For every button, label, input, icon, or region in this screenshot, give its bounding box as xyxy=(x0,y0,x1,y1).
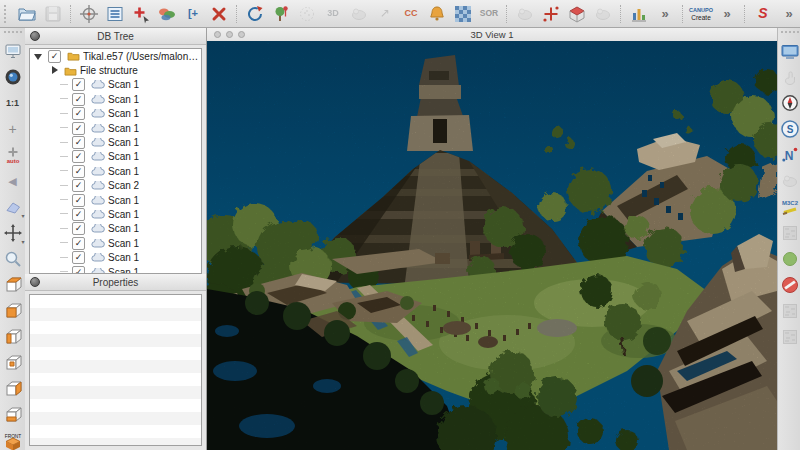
hpr-plugin-button[interactable] xyxy=(513,2,537,26)
hpr2-plugin-button[interactable] xyxy=(591,2,615,26)
view-back-button[interactable] xyxy=(2,352,24,374)
tree-item-scan-9[interactable]: ✓Scan 1 xyxy=(30,193,201,207)
pan-mode-button[interactable]: ▾ xyxy=(2,222,24,244)
sphere-tool-button[interactable] xyxy=(295,2,319,26)
3d-view-titlebar[interactable]: 3D View 1 xyxy=(207,28,777,42)
overflow-chevron-2[interactable]: » xyxy=(715,2,739,26)
visibility-checkbox[interactable]: ✓ xyxy=(72,222,85,235)
auto-pick-center-button[interactable]: auto xyxy=(2,144,24,166)
visibility-checkbox[interactable]: ✓ xyxy=(72,237,85,250)
tree-item-scan-7[interactable]: ✓Scan 1 xyxy=(30,164,201,178)
interactive-transform-button[interactable] xyxy=(347,2,371,26)
expand-icon[interactable] xyxy=(50,66,59,75)
point-cloud-render[interactable] xyxy=(207,41,777,450)
register-button[interactable] xyxy=(243,2,267,26)
texture-plugin-2-button[interactable] xyxy=(779,300,800,322)
sor-filter-button[interactable]: SOR xyxy=(477,2,501,26)
properties-panel[interactable] xyxy=(29,294,202,446)
point-pair-align-button[interactable] xyxy=(779,66,800,88)
color-scale-button[interactable]: CC xyxy=(399,2,423,26)
3d-scene[interactable] xyxy=(207,41,777,450)
visibility-checkbox[interactable]: ✓ xyxy=(72,266,85,274)
visibility-checkbox[interactable]: ✓ xyxy=(72,251,85,264)
tree-item-scan-1[interactable]: ✓Scan 1 xyxy=(30,78,201,92)
csf-filter-button[interactable]: S xyxy=(751,2,775,26)
visibility-checkbox[interactable]: ✓ xyxy=(72,150,85,163)
perspective-view-button[interactable]: ▾ xyxy=(2,196,24,218)
db-tree-float-button[interactable] xyxy=(30,31,40,41)
zoom-fit-button[interactable]: + xyxy=(2,118,24,140)
save-button[interactable] xyxy=(41,2,65,26)
cloud-export-button[interactable]: ↗ xyxy=(373,2,397,26)
merge-clouds-button[interactable] xyxy=(155,2,179,26)
maximize-window-button[interactable] xyxy=(238,31,245,38)
texture-checker-button[interactable] xyxy=(451,2,475,26)
screenshot-camera-button[interactable] xyxy=(2,66,24,88)
tree-item-scan-10[interactable]: ✓Scan 1 xyxy=(30,207,201,221)
view-top-button[interactable] xyxy=(2,274,24,296)
tree-item-scan-13[interactable]: ✓Scan 1 xyxy=(30,250,201,264)
delete-button[interactable] xyxy=(207,2,231,26)
tree-item-scan-6[interactable]: ✓Scan 1 xyxy=(30,150,201,164)
normals-plugin-button[interactable]: N xyxy=(779,144,800,166)
open-file-button[interactable] xyxy=(15,2,39,26)
minimize-window-button[interactable] xyxy=(226,31,233,38)
tree-item-scan-12[interactable]: ✓Scan 1 xyxy=(30,236,201,250)
animation-plugin-button[interactable] xyxy=(779,40,800,62)
toolbar-drag-handle[interactable] xyxy=(4,5,11,23)
label-3d-button[interactable]: 3D xyxy=(321,2,345,26)
clipping-box-button[interactable] xyxy=(565,2,589,26)
tree-item-root[interactable]: ✓Tikal.e57 (/Users/maloney/de... xyxy=(30,49,201,63)
hide-points-plugin-button[interactable] xyxy=(779,274,800,296)
toolbar-drag-handle[interactable] xyxy=(4,31,22,37)
refresh-display-button[interactable] xyxy=(2,40,24,62)
bell-button[interactable] xyxy=(425,2,449,26)
view-left-button[interactable] xyxy=(2,326,24,348)
view-front-button[interactable] xyxy=(2,300,24,322)
close-window-button[interactable] xyxy=(214,31,221,38)
visibility-checkbox[interactable]: ✓ xyxy=(72,165,85,178)
visibility-checkbox[interactable]: ✓ xyxy=(72,93,85,106)
visibility-checkbox[interactable]: ✓ xyxy=(48,50,61,63)
facets-plugin-button[interactable]: S xyxy=(779,118,800,140)
tree-item-scan-3[interactable]: ✓Scan 1 xyxy=(30,107,201,121)
canupo-create-button[interactable]: CANUPOCreate xyxy=(689,2,713,26)
tree-item-file-structure[interactable]: File structure xyxy=(30,63,201,77)
poisson-plugin-button[interactable] xyxy=(779,248,800,270)
view-bottom-button[interactable] xyxy=(2,404,24,426)
db-tree[interactable]: ✓Tikal.e57 (/Users/maloney/de...File str… xyxy=(29,48,202,274)
overflow-chevron-3[interactable]: » xyxy=(777,2,800,26)
tree-item-scan-5[interactable]: ✓Scan 1 xyxy=(30,135,201,149)
toolbar-drag-handle[interactable] xyxy=(781,31,799,37)
m3c2-plugin-button[interactable]: M3C2 xyxy=(779,196,800,218)
view-iso-front-button[interactable]: FRONT xyxy=(2,430,24,450)
zoom-center-button[interactable] xyxy=(77,2,101,26)
visibility-checkbox[interactable]: ✓ xyxy=(72,122,85,135)
point-picking-button[interactable] xyxy=(129,2,153,26)
visibility-checkbox[interactable]: ✓ xyxy=(72,107,85,120)
visibility-checkbox[interactable]: ✓ xyxy=(72,208,85,221)
zoom-1-1-button[interactable]: 1:1 xyxy=(2,92,24,114)
visibility-checkbox[interactable]: ✓ xyxy=(72,136,85,149)
overflow-chevron-1[interactable]: » xyxy=(653,2,677,26)
tree-item-scan-14[interactable]: ✓Scan 1 xyxy=(30,265,201,274)
segment-button[interactable] xyxy=(269,2,293,26)
tree-item-scan-2[interactable]: ✓Scan 1 xyxy=(30,92,201,106)
visibility-checkbox[interactable]: ✓ xyxy=(72,194,85,207)
texture-plugin-3-button[interactable] xyxy=(779,326,800,348)
previous-view-button[interactable]: ◀ xyxy=(2,170,24,192)
zoom-tool-button[interactable] xyxy=(2,248,24,270)
display-options-button[interactable] xyxy=(103,2,127,26)
subsample-button[interactable]: [+ xyxy=(181,2,205,26)
properties-float-button[interactable] xyxy=(30,277,40,287)
tree-item-scan-4[interactable]: ✓Scan 1 xyxy=(30,121,201,135)
view-right-button[interactable] xyxy=(2,378,24,400)
visibility-checkbox[interactable]: ✓ xyxy=(72,78,85,91)
collapse-icon[interactable] xyxy=(34,52,43,61)
tree-item-scan-8[interactable]: ✓Scan 2 xyxy=(30,179,201,193)
compass-plugin-button[interactable] xyxy=(779,92,800,114)
axes-tool-button[interactable] xyxy=(539,2,563,26)
tree-item-scan-11[interactable]: ✓Scan 1 xyxy=(30,222,201,236)
visibility-checkbox[interactable]: ✓ xyxy=(72,179,85,192)
histogram-button[interactable] xyxy=(627,2,651,26)
